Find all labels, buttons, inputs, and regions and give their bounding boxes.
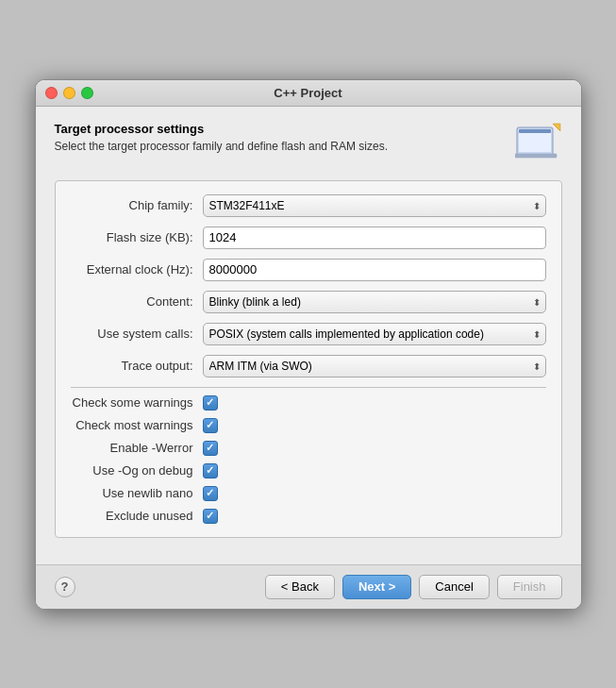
- flash-size-input[interactable]: [203, 227, 546, 249]
- divider: [71, 387, 546, 388]
- checkbox-row: Use newlib nano: [71, 486, 546, 501]
- flash-size-label: Flash size (KB):: [71, 230, 203, 244]
- content-row: Content: Blinky (blink a led): [71, 291, 546, 313]
- header-section: Target processor settings Select the tar…: [55, 122, 562, 165]
- chip-family-control: STM32F411xE: [203, 194, 546, 217]
- chip-family-select-wrapper: STM32F411xE: [203, 194, 546, 217]
- cancel-button[interactable]: Cancel: [419, 575, 489, 599]
- checkbox-3[interactable]: [203, 463, 218, 478]
- help-button[interactable]: ?: [55, 577, 75, 597]
- ext-clock-row: External clock (Hz):: [71, 259, 546, 281]
- content-control: Blinky (blink a led): [203, 291, 546, 313]
- syscalls-select-wrapper: POSIX (system calls implemented by appli…: [203, 323, 546, 345]
- traffic-lights: [45, 87, 93, 99]
- ext-clock-control: [203, 259, 546, 281]
- ext-clock-label: External clock (Hz):: [71, 262, 203, 277]
- trace-label: Trace output:: [71, 359, 203, 373]
- content-select-wrapper: Blinky (blink a led): [203, 291, 546, 313]
- trace-select-wrapper: ARM ITM (via SWO): [203, 355, 546, 378]
- checkbox-1[interactable]: [203, 418, 218, 433]
- content-label: Content:: [71, 294, 203, 309]
- checkbox-label: Use -Og on debug: [71, 463, 203, 478]
- back-button[interactable]: < Back: [265, 575, 335, 599]
- chip-family-row: Chip family: STM32F411xE: [71, 194, 546, 217]
- checkbox-0[interactable]: [203, 395, 218, 411]
- checkbox-row: Check some warnings: [71, 395, 546, 411]
- minimize-button[interactable]: [63, 87, 75, 99]
- syscalls-control: POSIX (system calls implemented by appli…: [203, 323, 546, 345]
- section-description: Select the target processor family and d…: [55, 140, 389, 153]
- window-title: C++ Project: [274, 86, 341, 100]
- checkbox-4[interactable]: [203, 486, 218, 501]
- trace-row: Trace output: ARM ITM (via SWO): [71, 355, 546, 378]
- next-button[interactable]: Next >: [342, 575, 411, 599]
- svg-rect-2: [519, 129, 551, 133]
- ext-clock-input[interactable]: [203, 259, 546, 281]
- close-button[interactable]: [45, 87, 58, 99]
- form-area: Chip family: STM32F411xE Flash size (KB)…: [55, 180, 562, 538]
- checkbox-label: Check most warnings: [71, 418, 203, 432]
- checkbox-label: Check some warnings: [71, 395, 203, 410]
- maximize-button[interactable]: [81, 87, 93, 99]
- svg-rect-3: [515, 154, 557, 158]
- content-select[interactable]: Blinky (blink a led): [203, 291, 546, 313]
- checkbox-2[interactable]: [203, 441, 218, 456]
- button-group: < Back Next > Cancel Finish: [265, 575, 562, 599]
- main-window: C++ Project Target processor settings Se…: [35, 79, 582, 610]
- flash-size-control: [203, 227, 546, 249]
- titlebar: C++ Project: [36, 80, 581, 107]
- syscalls-select[interactable]: POSIX (system calls implemented by appli…: [203, 323, 546, 345]
- dialog-content: Target processor settings Select the tar…: [36, 107, 581, 564]
- bottom-bar: ? < Back Next > Cancel Finish: [36, 564, 581, 609]
- chip-family-select[interactable]: STM32F411xE: [203, 194, 546, 217]
- checkbox-label: Use newlib nano: [71, 486, 203, 500]
- checkbox-label: Enable -Werror: [71, 441, 203, 455]
- checkbox-5[interactable]: [203, 509, 218, 524]
- chip-family-label: Chip family:: [71, 198, 203, 212]
- checkbox-row: Use -Og on debug: [71, 463, 546, 478]
- checkbox-label: Exclude unused: [71, 509, 203, 523]
- syscalls-row: Use system calls: POSIX (system calls im…: [71, 323, 546, 345]
- finish-button: Finish: [497, 575, 562, 599]
- checkbox-row: Exclude unused: [71, 509, 546, 524]
- header-icon: [515, 122, 562, 165]
- checkboxes-container: Check some warningsCheck most warningsEn…: [71, 395, 546, 524]
- trace-select[interactable]: ARM ITM (via SWO): [203, 355, 546, 378]
- header-text: Target processor settings Select the tar…: [55, 122, 389, 153]
- syscalls-label: Use system calls:: [71, 327, 203, 341]
- section-title: Target processor settings: [55, 122, 389, 136]
- checkbox-row: Enable -Werror: [71, 441, 546, 456]
- flash-size-row: Flash size (KB):: [71, 227, 546, 249]
- trace-control: ARM ITM (via SWO): [203, 355, 546, 378]
- checkbox-row: Check most warnings: [71, 418, 546, 433]
